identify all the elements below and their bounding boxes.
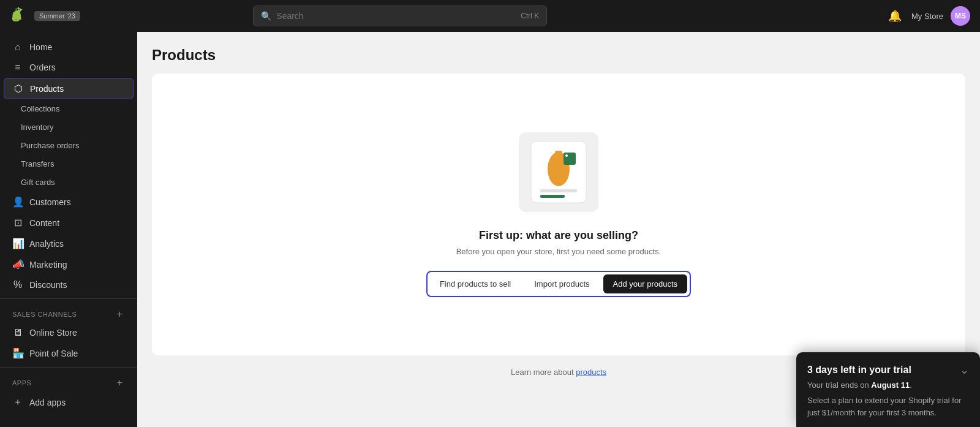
sidebar-item-label: Analytics xyxy=(29,239,64,249)
products-icon: ⬡ xyxy=(13,83,24,94)
sidebar-item-label: Customers xyxy=(29,197,71,207)
point-of-sale-icon: 🏪 xyxy=(12,347,23,359)
sidebar: ⌂ Home ≡ Orders ⬡ Products Collections I… xyxy=(0,32,137,427)
add-products-button[interactable]: Add your products xyxy=(603,274,688,293)
sidebar-item-label: Home xyxy=(29,42,52,52)
top-nav: S Summer '23 🔍 Ctrl K 🔔 My Store MS xyxy=(0,0,980,32)
sidebar-item-gift-cards[interactable]: Gift cards xyxy=(4,173,134,191)
product-illustration xyxy=(519,132,598,212)
sidebar-item-label: Inventory xyxy=(21,123,53,132)
sidebar-item-label: Add apps xyxy=(29,398,66,407)
page-title: Products xyxy=(152,47,965,64)
svg-rect-3 xyxy=(555,151,562,158)
sales-channels-header: Sales channels + xyxy=(0,303,137,322)
sidebar-divider xyxy=(0,298,137,299)
product-svg xyxy=(522,135,595,209)
shopify-logo-icon: S xyxy=(10,6,29,26)
search-input[interactable] xyxy=(276,11,516,21)
home-icon: ⌂ xyxy=(12,42,23,53)
cta-subtitle: Before you open your store, first you ne… xyxy=(456,247,662,256)
cta-buttons: Find products to sell Import products Ad… xyxy=(426,271,691,297)
sidebar-item-label: Discounts xyxy=(29,280,67,290)
sidebar-item-label: Orders xyxy=(29,62,56,72)
svg-rect-6 xyxy=(540,189,577,192)
sidebar-item-orders[interactable]: ≡ Orders xyxy=(4,58,134,77)
learn-more-prefix: Learn more about xyxy=(511,368,576,377)
sidebar-item-content[interactable]: ⊡ Content xyxy=(4,213,134,233)
add-app-button[interactable]: + xyxy=(115,377,125,388)
customers-icon: 👤 xyxy=(12,196,23,208)
sidebar-item-purchase-orders[interactable]: Purchase orders xyxy=(4,137,134,154)
sidebar-item-point-of-sale[interactable]: 🏪 Point of Sale xyxy=(4,343,134,363)
sidebar-item-collections[interactable]: Collections xyxy=(4,100,134,118)
trial-desc: Select a plan to extend your Shopify tri… xyxy=(807,395,969,418)
trial-subtitle: Your trial ends on August 11. xyxy=(807,380,969,390)
import-products-button[interactable]: Import products xyxy=(527,274,597,293)
content-icon: ⊡ xyxy=(12,217,23,229)
sidebar-item-inventory[interactable]: Inventory xyxy=(4,118,134,136)
discounts-icon: % xyxy=(12,279,23,290)
sidebar-item-discounts[interactable]: % Discounts xyxy=(4,275,134,295)
add-sales-channel-button[interactable]: + xyxy=(115,309,125,320)
sidebar-item-marketing[interactable]: 📣 Marketing xyxy=(4,254,134,274)
sidebar-item-label: Point of Sale xyxy=(29,349,78,358)
sidebar-item-label: Collections xyxy=(21,104,60,113)
summer-badge: Summer '23 xyxy=(34,11,80,21)
sidebar-item-label: Marketing xyxy=(29,260,67,270)
sidebar-item-label: Purchase orders xyxy=(21,141,79,150)
svg-rect-4 xyxy=(564,153,576,165)
notifications-button[interactable]: 🔔 xyxy=(886,7,904,25)
sidebar-item-analytics[interactable]: 📊 Analytics xyxy=(4,233,134,254)
cta-title: First up: what are you selling? xyxy=(479,229,638,242)
svg-rect-7 xyxy=(540,195,565,198)
top-nav-right: 🔔 My Store MS xyxy=(886,6,970,26)
logo[interactable]: S Summer '23 xyxy=(10,6,80,26)
analytics-icon: 📊 xyxy=(12,238,23,249)
sidebar-item-products[interactable]: ⬡ Products xyxy=(4,78,134,99)
svg-text:S: S xyxy=(12,10,20,24)
trial-title: 3 days left in your trial xyxy=(807,365,911,376)
online-store-icon: 🖥 xyxy=(12,327,23,338)
orders-icon: ≡ xyxy=(12,62,23,73)
sidebar-divider-2 xyxy=(0,367,137,368)
sidebar-item-online-store[interactable]: 🖥 Online Store xyxy=(4,323,134,342)
search-icon: 🔍 xyxy=(261,11,271,21)
sidebar-item-home[interactable]: ⌂ Home xyxy=(4,37,134,57)
avatar-button[interactable]: MS xyxy=(951,6,970,26)
trial-banner-header: 3 days left in your trial ⌄ xyxy=(807,363,969,377)
sidebar-item-label: Products xyxy=(30,84,64,94)
add-apps-icon: ＋ xyxy=(12,396,23,409)
search-shortcut: Ctrl K xyxy=(521,12,539,20)
sidebar-item-transfers[interactable]: Transfers xyxy=(4,155,134,173)
sidebar-item-label: Transfers xyxy=(21,159,54,168)
sidebar-item-label: Online Store xyxy=(29,328,77,338)
search-bar[interactable]: 🔍 Ctrl K xyxy=(253,6,547,26)
sidebar-item-add-apps[interactable]: ＋ Add apps xyxy=(4,391,134,413)
trial-collapse-button[interactable]: ⌄ xyxy=(960,363,969,377)
sidebar-item-label: Content xyxy=(29,218,59,228)
sidebar-item-label: Gift cards xyxy=(21,178,55,187)
marketing-icon: 📣 xyxy=(12,259,23,270)
trial-banner: 3 days left in your trial ⌄ Your trial e… xyxy=(796,352,980,427)
products-card: First up: what are you selling? Before y… xyxy=(152,74,965,355)
sidebar-item-customers[interactable]: 👤 Customers xyxy=(4,192,134,212)
store-name: My Store xyxy=(911,12,943,21)
find-products-button[interactable]: Find products to sell xyxy=(430,274,521,293)
apps-header: Apps + xyxy=(0,371,137,391)
learn-more-link[interactable]: products xyxy=(576,368,606,377)
svg-point-5 xyxy=(565,154,568,157)
